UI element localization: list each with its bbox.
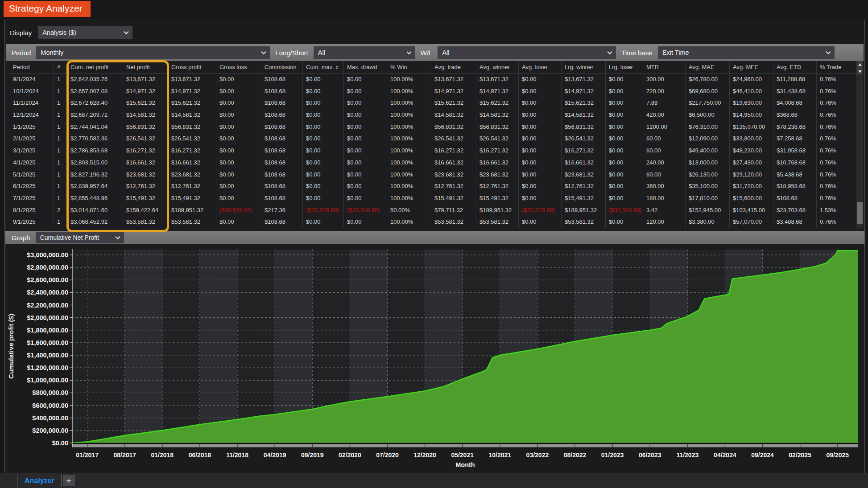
table-cell: $3,488.68 — [773, 216, 817, 228]
table-cell: $108.68 — [261, 145, 303, 157]
table-cell: $13,671.32 — [123, 74, 168, 86]
table-cell: $2,642,035.76 — [67, 74, 123, 86]
table-cell: $15,491.32 — [562, 193, 606, 205]
table-cell: $26,780.00 — [686, 74, 730, 86]
table-row[interactable]: 5/1/20251$2,827,196.32$23,681.32$23,681.… — [10, 169, 859, 181]
chevron-down-icon — [124, 29, 129, 34]
column-header[interactable]: Max. drawd — [344, 61, 387, 73]
table-cell: $0.00 — [519, 86, 562, 98]
table-cell: $0.00 — [606, 74, 643, 86]
wl-select[interactable]: All — [438, 46, 616, 59]
scrollbar-thumb[interactable] — [857, 202, 863, 224]
table-row[interactable]: 7/1/20251$2,855,448.96$15,491.32$15,491.… — [10, 193, 859, 205]
cumulative-profit-chart: $0.00$200,000.00$400,000.00$600,000.00$8… — [5, 244, 864, 471]
column-header[interactable]: Avg. MAE — [686, 61, 730, 73]
column-header[interactable]: Avg. trade — [431, 61, 476, 73]
table-cell: 1 — [54, 180, 67, 193]
tab-analyzer[interactable]: Analyzer — [17, 477, 62, 485]
table-row[interactable]: 4/1/20251$2,803,515.00$16,661.32$16,661.… — [10, 157, 859, 169]
table-row[interactable]: 3/1/20251$2,786,853.68$16,271.32$16,271.… — [10, 145, 859, 157]
table-cell: $23,681.32 — [123, 169, 168, 181]
graph-bar: Graph Cumulative Net Profit — [5, 231, 864, 244]
table-cell: 720.00 — [643, 86, 686, 98]
column-header[interactable]: # — [54, 61, 67, 73]
table-cell: $0.00 — [303, 180, 344, 193]
table-row[interactable]: 8/1/20252$3,014,871.60$159,422.64$189,95… — [10, 205, 859, 217]
table-cell: $0.00 — [216, 193, 261, 205]
table-cell: 1 — [54, 86, 67, 98]
table-cell: $0.00 — [303, 109, 344, 121]
column-header[interactable]: MTR — [643, 61, 686, 73]
chevron-down-icon — [261, 49, 266, 54]
wl-select-value: All — [442, 49, 449, 56]
table-cell: $108.68 — [261, 169, 303, 181]
table-cell: $5,438.68 — [773, 169, 817, 181]
table-row[interactable]: 6/1/20251$2,839,957.64$12,761.32$12,761.… — [10, 180, 859, 193]
table-cell: $2,687,209.72 — [67, 109, 123, 121]
table-row[interactable]: 1/1/20251$2,744,041.04$56,831.32$56,831.… — [10, 121, 859, 133]
table-cell: $12,761.32 — [123, 180, 168, 193]
column-header[interactable]: Cum. net profit — [67, 61, 123, 73]
column-header[interactable]: Gross loss — [216, 61, 261, 73]
column-header[interactable]: % Win — [387, 61, 431, 73]
display-select[interactable]: Analysis ($) — [38, 26, 132, 39]
column-header[interactable]: Cum. max. c — [303, 61, 344, 73]
column-header[interactable]: Avg. winner — [476, 61, 519, 73]
table-cell: 3.42 — [643, 205, 686, 217]
table-cell: $0.00 — [216, 74, 261, 86]
timebase-select[interactable]: Exit Time — [658, 46, 835, 59]
table-cell: 1 — [54, 169, 67, 181]
table-cell: 100.00% — [387, 169, 431, 181]
table-cell: ($30,528.68) — [216, 205, 261, 217]
table-cell: $13,671.32 — [562, 74, 606, 86]
table-scrollbar[interactable] — [856, 61, 863, 228]
column-header[interactable]: Lrg. winner — [562, 61, 606, 73]
table-row[interactable]: 12/1/20241$2,687,209.72$14,581.32$14,581… — [10, 109, 859, 121]
table-cell: $108.68 — [261, 86, 303, 98]
column-header[interactable]: Gross profit — [168, 61, 216, 73]
longshort-select[interactable]: All — [314, 46, 415, 59]
column-header[interactable]: Commission — [261, 61, 303, 73]
display-row: Display Analysis ($) — [5, 20, 864, 41]
graph-select[interactable]: Cumulative Net Profit — [36, 232, 124, 243]
column-header[interactable]: Avg. ETD — [773, 61, 817, 73]
column-header[interactable]: Avg. loser — [519, 61, 562, 73]
column-header[interactable]: Lrg. loser — [606, 61, 643, 73]
table-row[interactable]: 2/1/20251$2,770,582.36$26,541.32$26,541.… — [10, 133, 859, 145]
column-header[interactable]: % Trade — [817, 61, 859, 73]
table-cell: $0.00 — [606, 193, 643, 205]
svg-text:04/2019: 04/2019 — [264, 451, 286, 459]
table-cell: 0.76% — [817, 157, 859, 169]
column-header[interactable]: Avg. MFE — [730, 61, 773, 73]
period-select[interactable]: Monthly — [36, 46, 270, 59]
table-cell: $0.00 — [606, 86, 643, 98]
table-cell: $0.00 — [519, 97, 562, 109]
column-header[interactable]: Period — [10, 61, 54, 73]
table-row[interactable]: 9/1/20241$2,642,035.76$13,671.32$13,671.… — [10, 74, 859, 86]
table-cell: $15,621.32 — [476, 97, 519, 109]
table-cell: 1 — [54, 74, 67, 86]
table-cell: 6/1/2025 — [10, 180, 54, 193]
svg-text:02/2025: 02/2025 — [789, 451, 811, 459]
table-cell: $108.68 — [773, 193, 817, 205]
scroll-up-button[interactable] — [856, 61, 863, 68]
table-cell: $48,230.00 — [730, 145, 773, 157]
table-cell: 240.00 — [643, 157, 686, 169]
table-header-row: Period#Cum. net profitNet profitGross pr… — [10, 61, 859, 74]
table-cell: 100.00% — [387, 133, 431, 145]
table-row[interactable]: 9/1/20251$3,068,452.92$53,581.32$53,581.… — [10, 216, 859, 228]
table-row[interactable]: 11/1/20241$2,672,628.40$15,621.32$15,621… — [10, 97, 859, 109]
table-cell: 1 — [54, 193, 67, 205]
svg-text:05/2021: 05/2021 — [451, 451, 474, 459]
column-header[interactable]: Net profit — [123, 61, 168, 73]
table-cell: $16,661.32 — [123, 157, 168, 169]
table-row[interactable]: 10/1/20241$2,657,007.08$14,971.32$14,971… — [10, 86, 859, 98]
display-select-value: Analysis ($) — [42, 29, 76, 36]
table-cell: 10/1/2024 — [10, 86, 54, 98]
table-cell: 60.00 — [643, 133, 686, 145]
table-cell: $23,681.32 — [168, 169, 216, 181]
table-cell: $53,581.32 — [168, 216, 216, 228]
scroll-down-button[interactable] — [856, 68, 863, 75]
add-tab-button[interactable]: + — [63, 475, 75, 486]
table-cell: $108.68 — [261, 97, 303, 109]
